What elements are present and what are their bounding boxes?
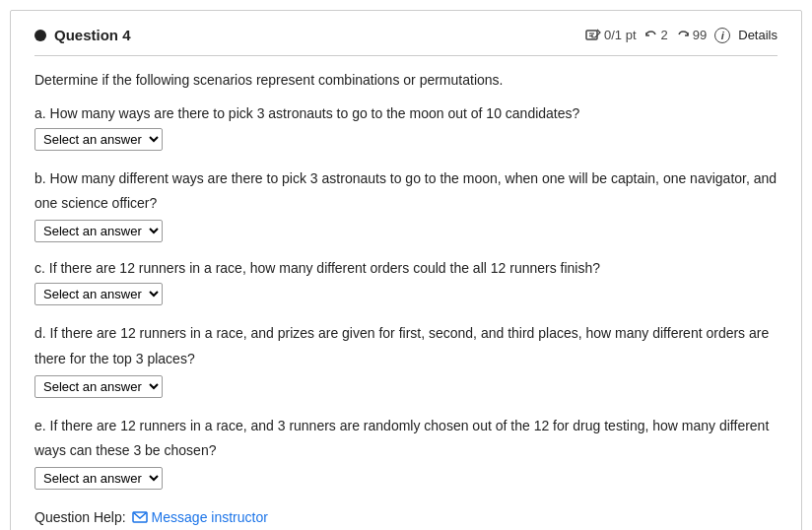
- part-b-text: b. How many different ways are there to …: [34, 166, 778, 216]
- redo-count: 99: [693, 28, 707, 42]
- intro-text: Determine if the following scenarios rep…: [34, 72, 778, 88]
- envelope-icon: [132, 511, 148, 523]
- part-d-content: d. If there are 12 runners in a race, an…: [34, 321, 778, 397]
- part-d-select[interactable]: Select an answer Combination Permutation: [34, 375, 163, 398]
- edit-icon: [585, 29, 601, 42]
- message-label: Message instructor: [152, 509, 268, 525]
- question-title: Question 4: [34, 27, 131, 43]
- question-meta: 0/1 pt 2 99 i Details: [585, 28, 778, 43]
- details-label: Details: [738, 28, 778, 42]
- part-d: d. If there are 12 runners in a race, an…: [34, 321, 778, 397]
- part-a-select[interactable]: Select an answer Combination Permutation: [34, 128, 163, 151]
- part-e-select[interactable]: Select an answer Combination Permutation: [34, 467, 163, 490]
- undo-count: 2: [661, 28, 668, 42]
- help-label: Question Help:: [34, 509, 126, 525]
- part-b-content: b. How many different ways are there to …: [34, 166, 778, 242]
- bullet-icon: [34, 30, 46, 41]
- question-help: Question Help: Message instructor: [34, 509, 778, 525]
- part-b-select[interactable]: Select an answer Combination Permutation: [34, 220, 163, 242]
- part-c: c. If there are 12 runners in a race, ho…: [34, 258, 778, 305]
- part-c-text: c. If there are 12 runners in a race, ho…: [34, 258, 778, 279]
- part-e-content: e. If there are 12 runners in a race, an…: [34, 414, 778, 490]
- part-a: a. How many ways are there to pick 3 ast…: [34, 103, 778, 151]
- part-c-select[interactable]: Select an answer Combination Permutation: [34, 283, 163, 305]
- question-number: Question 4: [54, 27, 131, 43]
- redo-icon: [676, 29, 690, 42]
- question-container: Question 4 0/1 pt 2: [10, 10, 802, 530]
- undo-icon: [644, 29, 658, 42]
- points-value: 0/1 pt: [604, 28, 637, 42]
- undo-display: 2: [644, 28, 668, 42]
- part-e-text: e. If there are 12 runners in a race, an…: [34, 414, 778, 463]
- details-link[interactable]: Details: [738, 28, 778, 42]
- part-d-text: d. If there are 12 runners in a race, an…: [34, 321, 778, 370]
- question-header: Question 4 0/1 pt 2: [34, 27, 778, 56]
- part-e: e. If there are 12 runners in a race, an…: [34, 414, 778, 490]
- info-icon: i: [714, 28, 730, 43]
- part-a-text: a. How many ways are there to pick 3 ast…: [34, 103, 778, 124]
- redo-display: 99: [676, 28, 707, 42]
- part-b: b. How many different ways are there to …: [34, 166, 778, 242]
- points-display: 0/1 pt: [585, 28, 637, 42]
- message-instructor-link[interactable]: Message instructor: [132, 509, 268, 525]
